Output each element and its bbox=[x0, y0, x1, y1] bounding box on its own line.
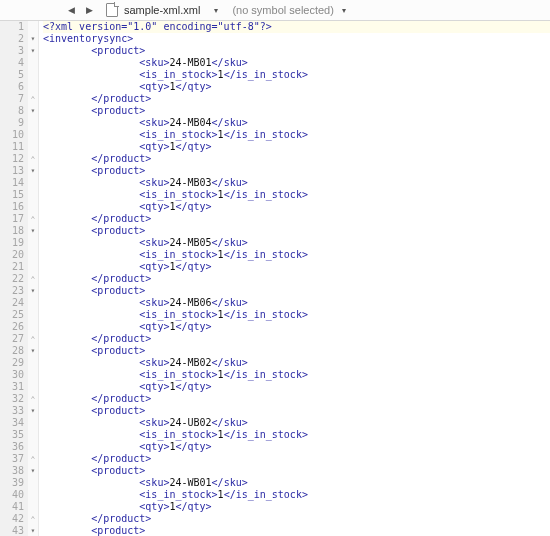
line-number-gutter: 1234567891011121314151617181920212223242… bbox=[0, 21, 28, 536]
line-number: 12 bbox=[2, 153, 24, 165]
code-line[interactable]: </product> bbox=[43, 213, 550, 225]
code-line[interactable]: </product> bbox=[43, 93, 550, 105]
code-line[interactable]: <qty>1</qty> bbox=[43, 81, 550, 93]
code-line[interactable]: <sku>24-WB01</sku> bbox=[43, 477, 550, 489]
code-line[interactable]: <qty>1</qty> bbox=[43, 261, 550, 273]
fold-close-icon[interactable] bbox=[28, 153, 38, 165]
fold-close-icon[interactable] bbox=[28, 93, 38, 105]
code-area[interactable]: <?xml version="1.0" encoding="utf-8"?><i… bbox=[39, 21, 550, 536]
line-number: 14 bbox=[2, 177, 24, 189]
code-line[interactable]: <product> bbox=[43, 165, 550, 177]
fold-spacer bbox=[28, 321, 38, 333]
code-editor[interactable]: 1234567891011121314151617181920212223242… bbox=[0, 21, 550, 536]
code-line[interactable]: <qty>1</qty> bbox=[43, 441, 550, 453]
line-number: 33 bbox=[2, 405, 24, 417]
fold-spacer bbox=[28, 369, 38, 381]
fold-open-icon[interactable] bbox=[28, 345, 38, 357]
code-line[interactable]: <inventorysync> bbox=[43, 33, 550, 45]
fold-open-icon[interactable] bbox=[28, 405, 38, 417]
fold-close-icon[interactable] bbox=[28, 453, 38, 465]
fold-open-icon[interactable] bbox=[28, 45, 38, 57]
nav-back-button[interactable]: ◀ bbox=[64, 3, 78, 17]
symbol-selector[interactable]: (no symbol selected) bbox=[232, 4, 334, 16]
fold-spacer bbox=[28, 501, 38, 513]
code-line[interactable]: <is_in_stock>1</is_in_stock> bbox=[43, 249, 550, 261]
fold-open-icon[interactable] bbox=[28, 525, 38, 536]
code-line[interactable]: <is_in_stock>1</is_in_stock> bbox=[43, 429, 550, 441]
fold-open-icon[interactable] bbox=[28, 465, 38, 477]
code-line[interactable]: </product> bbox=[43, 273, 550, 285]
code-line[interactable]: <?xml version="1.0" encoding="utf-8"?> bbox=[43, 21, 550, 33]
code-line[interactable]: </product> bbox=[43, 393, 550, 405]
code-line[interactable]: <qty>1</qty> bbox=[43, 381, 550, 393]
code-line[interactable]: <qty>1</qty> bbox=[43, 201, 550, 213]
code-line[interactable]: </product> bbox=[43, 153, 550, 165]
code-line[interactable]: <sku>24-MB01</sku> bbox=[43, 57, 550, 69]
line-number: 43 bbox=[2, 525, 24, 536]
line-number: 32 bbox=[2, 393, 24, 405]
fold-spacer bbox=[28, 489, 38, 501]
fold-open-icon[interactable] bbox=[28, 225, 38, 237]
file-icon bbox=[106, 3, 118, 17]
filename-label[interactable]: sample-xml.xml bbox=[124, 4, 200, 16]
line-number: 30 bbox=[2, 369, 24, 381]
fold-spacer bbox=[28, 177, 38, 189]
line-number: 28 bbox=[2, 345, 24, 357]
code-line[interactable]: <product> bbox=[43, 45, 550, 57]
fold-spacer bbox=[28, 261, 38, 273]
fold-spacer bbox=[28, 297, 38, 309]
code-line[interactable]: <product> bbox=[43, 525, 550, 536]
line-number: 1 bbox=[2, 21, 24, 33]
line-number: 31 bbox=[2, 381, 24, 393]
line-number: 40 bbox=[2, 489, 24, 501]
code-line[interactable]: <is_in_stock>1</is_in_stock> bbox=[43, 369, 550, 381]
code-line[interactable]: <product> bbox=[43, 465, 550, 477]
fold-spacer bbox=[28, 477, 38, 489]
fold-open-icon[interactable] bbox=[28, 33, 38, 45]
code-line[interactable]: <sku>24-MB03</sku> bbox=[43, 177, 550, 189]
line-number: 10 bbox=[2, 129, 24, 141]
code-line[interactable]: <sku>24-UB02</sku> bbox=[43, 417, 550, 429]
line-number: 7 bbox=[2, 93, 24, 105]
code-line[interactable]: <qty>1</qty> bbox=[43, 321, 550, 333]
line-number: 25 bbox=[2, 309, 24, 321]
code-line[interactable]: <qty>1</qty> bbox=[43, 501, 550, 513]
fold-open-icon[interactable] bbox=[28, 105, 38, 117]
code-line[interactable]: <qty>1</qty> bbox=[43, 141, 550, 153]
fold-spacer bbox=[28, 201, 38, 213]
line-number: 17 bbox=[2, 213, 24, 225]
fold-close-icon[interactable] bbox=[28, 273, 38, 285]
fold-close-icon[interactable] bbox=[28, 333, 38, 345]
fold-gutter[interactable] bbox=[28, 21, 39, 536]
symbol-dropdown-icon[interactable]: ▾ bbox=[342, 6, 346, 15]
code-line[interactable]: </product> bbox=[43, 453, 550, 465]
code-line[interactable]: <is_in_stock>1</is_in_stock> bbox=[43, 309, 550, 321]
line-number: 16 bbox=[2, 201, 24, 213]
code-line[interactable]: <product> bbox=[43, 345, 550, 357]
fold-close-icon[interactable] bbox=[28, 213, 38, 225]
code-line[interactable]: </product> bbox=[43, 333, 550, 345]
code-line[interactable]: <is_in_stock>1</is_in_stock> bbox=[43, 129, 550, 141]
code-line[interactable]: <is_in_stock>1</is_in_stock> bbox=[43, 189, 550, 201]
fold-open-icon[interactable] bbox=[28, 285, 38, 297]
code-line[interactable]: <product> bbox=[43, 105, 550, 117]
line-number: 34 bbox=[2, 417, 24, 429]
fold-close-icon[interactable] bbox=[28, 513, 38, 525]
line-number: 38 bbox=[2, 465, 24, 477]
line-number: 18 bbox=[2, 225, 24, 237]
code-line[interactable]: <sku>24-MB05</sku> bbox=[43, 237, 550, 249]
code-line[interactable]: <sku>24-MB04</sku> bbox=[43, 117, 550, 129]
line-number: 15 bbox=[2, 189, 24, 201]
code-line[interactable]: <is_in_stock>1</is_in_stock> bbox=[43, 69, 550, 81]
nav-forward-button[interactable]: ▶ bbox=[82, 3, 96, 17]
fold-open-icon[interactable] bbox=[28, 165, 38, 177]
code-line[interactable]: <product> bbox=[43, 405, 550, 417]
code-line[interactable]: <is_in_stock>1</is_in_stock> bbox=[43, 489, 550, 501]
filename-dropdown-icon[interactable]: ▾ bbox=[214, 6, 218, 15]
code-line[interactable]: </product> bbox=[43, 513, 550, 525]
code-line[interactable]: <sku>24-MB02</sku> bbox=[43, 357, 550, 369]
code-line[interactable]: <product> bbox=[43, 285, 550, 297]
fold-close-icon[interactable] bbox=[28, 393, 38, 405]
code-line[interactable]: <sku>24-MB06</sku> bbox=[43, 297, 550, 309]
code-line[interactable]: <product> bbox=[43, 225, 550, 237]
